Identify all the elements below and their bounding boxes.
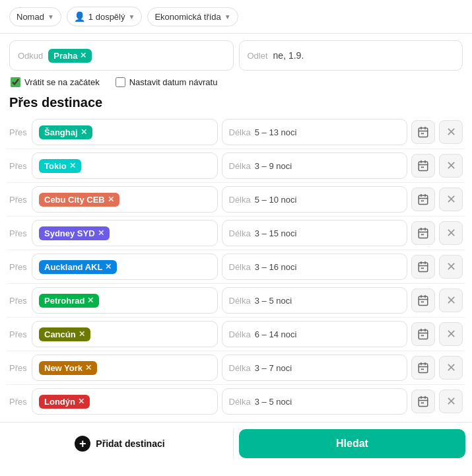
- dest-city-field[interactable]: Šanghaj ✕: [32, 119, 218, 145]
- remove-destination-button[interactable]: ✕: [439, 154, 463, 178]
- destination-row: Přes Sydney SYD ✕ Délka 3 – 15 noci ✕: [7, 217, 465, 250]
- duration-label: Délka: [229, 228, 251, 238]
- mode-button[interactable]: Nomad ▼: [9, 7, 61, 26]
- checkbox-row: Vrátit se na začátek Nastavit datum návr…: [0, 73, 472, 92]
- destination-row: Přes Auckland AKL ✕ Délka 3 – 16 noci ✕: [7, 250, 465, 284]
- dest-tag[interactable]: Šanghaj ✕: [39, 125, 92, 139]
- dest-duration-field[interactable]: Délka 5 – 10 noci: [222, 186, 408, 213]
- remove-destination-button[interactable]: ✕: [439, 255, 463, 279]
- dest-name: Sydney SYD: [44, 228, 95, 238]
- departure-label: Odlet: [248, 51, 268, 61]
- dest-remove-icon[interactable]: ✕: [98, 228, 104, 238]
- dest-duration-field[interactable]: Délka 3 – 5 noci: [222, 287, 408, 314]
- add-destination-button[interactable]: + Přidat destinaci: [7, 429, 234, 458]
- calendar-button[interactable]: [411, 221, 435, 245]
- dest-remove-icon[interactable]: ✕: [69, 161, 76, 170]
- svg-rect-6: [419, 162, 428, 171]
- departure-field[interactable]: Odlet ne, 1.9.: [239, 40, 463, 71]
- calendar-button[interactable]: [411, 390, 435, 413]
- dest-remove-icon[interactable]: ✕: [87, 296, 94, 305]
- dest-city-field[interactable]: Tokio ✕: [32, 153, 218, 179]
- duration-value: 5 – 13 noci: [255, 127, 297, 137]
- dest-duration-field[interactable]: Délka 3 – 9 noci: [222, 153, 408, 179]
- remove-destination-button[interactable]: ✕: [439, 120, 463, 144]
- calendar-button[interactable]: [411, 356, 435, 380]
- class-label: Ekonomická třída: [154, 12, 220, 22]
- dest-city-field[interactable]: Auckland AKL ✕: [32, 254, 218, 280]
- calendar-button[interactable]: [411, 154, 435, 178]
- remove-destination-button[interactable]: ✕: [439, 322, 463, 346]
- dest-duration-field[interactable]: Délka 3 – 15 noci: [222, 220, 408, 246]
- search-button[interactable]: Hledat: [239, 429, 465, 458]
- return-checkbox-label[interactable]: Vrátit se na začátek: [11, 77, 100, 87]
- origin-remove-icon[interactable]: ✕: [80, 51, 86, 60]
- dest-city-field[interactable]: New York ✕: [32, 355, 218, 381]
- remove-destination-button[interactable]: ✕: [439, 356, 463, 380]
- dest-name: Cancún: [44, 329, 76, 339]
- dest-city-field[interactable]: Petrohrad ✕: [32, 287, 218, 314]
- svg-rect-42: [419, 364, 428, 373]
- destination-row: Přes Petrohrad ✕ Délka 3 – 5 noci ✕: [7, 284, 465, 318]
- remove-destination-button[interactable]: ✕: [439, 187, 463, 211]
- dest-duration-field[interactable]: Délka 3 – 16 noci: [222, 254, 408, 280]
- dest-city-field[interactable]: Cebu City CEB ✕: [32, 186, 218, 213]
- dest-city-field[interactable]: Londýn ✕: [32, 388, 218, 415]
- duration-value: 3 – 5 noci: [255, 397, 292, 407]
- section-title: Přes destinace: [0, 92, 472, 116]
- svg-rect-36: [419, 330, 428, 339]
- dest-tag[interactable]: Tokio ✕: [39, 159, 81, 173]
- dest-tag[interactable]: Auckland AKL ✕: [39, 260, 117, 274]
- svg-rect-18: [419, 229, 428, 238]
- dest-remove-icon[interactable]: ✕: [81, 127, 87, 137]
- dest-name: Šanghaj: [44, 127, 78, 137]
- dest-duration-field[interactable]: Délka 3 – 7 noci: [222, 355, 408, 381]
- dest-tag[interactable]: New York ✕: [39, 361, 97, 375]
- class-button[interactable]: Ekonomická třída ▼: [147, 7, 238, 26]
- duration-value: 3 – 5 noci: [255, 296, 292, 306]
- calendar-button[interactable]: [411, 255, 435, 279]
- dest-tag[interactable]: Cancún ✕: [39, 327, 90, 341]
- dest-name: Petrohrad: [44, 296, 84, 306]
- dest-remove-icon[interactable]: ✕: [85, 363, 92, 372]
- dest-pre-label: Přes: [9, 262, 28, 272]
- dest-remove-icon[interactable]: ✕: [78, 397, 84, 406]
- dest-duration-field[interactable]: Délka 5 – 13 noci: [222, 119, 408, 145]
- dest-duration-field[interactable]: Délka 6 – 14 noci: [222, 321, 408, 347]
- dest-duration-field[interactable]: Délka 3 – 5 noci: [222, 388, 408, 415]
- dest-remove-icon[interactable]: ✕: [79, 329, 85, 339]
- bottom-bar: + Přidat destinaci Hledat: [0, 422, 472, 465]
- passengers-button[interactable]: 👤 1 dospělý ▼: [67, 7, 143, 26]
- dest-tag[interactable]: Londýn ✕: [39, 395, 90, 409]
- duration-label: Délka: [229, 262, 251, 272]
- dest-remove-icon[interactable]: ✕: [108, 195, 114, 204]
- dest-name: Londýn: [44, 397, 75, 407]
- dest-remove-icon[interactable]: ✕: [105, 262, 112, 271]
- dest-tag[interactable]: Cebu City CEB ✕: [39, 193, 119, 207]
- dest-tag[interactable]: Petrohrad ✕: [39, 294, 99, 308]
- calendar-button[interactable]: [411, 187, 435, 211]
- class-chevron-icon: ▼: [224, 13, 231, 20]
- set-date-checkbox[interactable]: [116, 77, 125, 87]
- origin-tag[interactable]: Praha ✕: [48, 49, 92, 63]
- set-date-checkbox-label[interactable]: Nastavit datum návratu: [116, 77, 218, 87]
- dest-pre-label: Přes: [9, 161, 28, 171]
- svg-rect-0: [419, 128, 428, 137]
- remove-destination-button[interactable]: ✕: [439, 221, 463, 245]
- remove-destination-button[interactable]: ✕: [439, 390, 463, 413]
- duration-value: 3 – 15 noci: [255, 228, 297, 238]
- set-date-label: Nastavit datum návratu: [129, 77, 218, 87]
- departure-value: ne, 1.9.: [273, 50, 304, 61]
- calendar-button[interactable]: [411, 120, 435, 144]
- dest-city-field[interactable]: Cancún ✕: [32, 321, 218, 347]
- return-checkbox[interactable]: [11, 77, 20, 87]
- search-row: Odkud Praha ✕ Odlet ne, 1.9.: [0, 34, 472, 73]
- dest-tag[interactable]: Sydney SYD ✕: [39, 226, 110, 240]
- passengers-label: 1 dospělý: [88, 12, 125, 22]
- origin-field[interactable]: Odkud Praha ✕: [9, 40, 234, 71]
- dest-city-field[interactable]: Sydney SYD ✕: [32, 220, 218, 246]
- duration-label: Délka: [229, 296, 251, 306]
- duration-value: 3 – 7 noci: [255, 363, 292, 373]
- calendar-button[interactable]: [411, 289, 435, 312]
- remove-destination-button[interactable]: ✕: [439, 289, 463, 312]
- calendar-button[interactable]: [411, 322, 435, 346]
